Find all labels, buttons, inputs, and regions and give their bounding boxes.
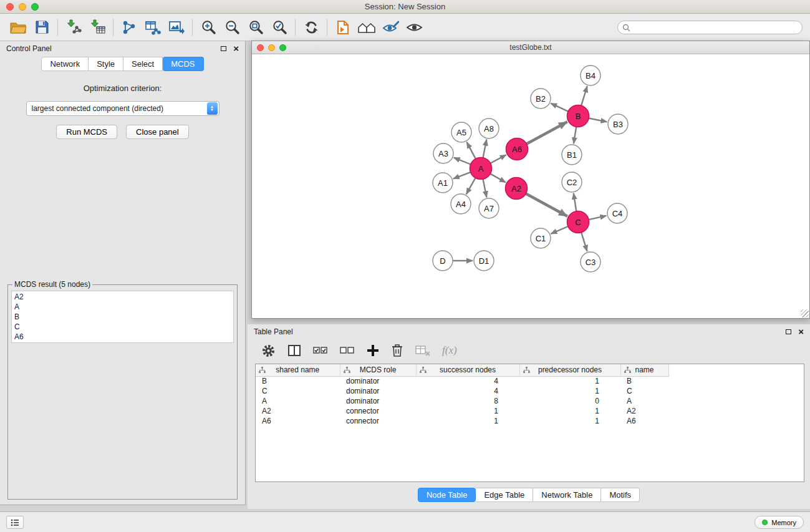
tab-select[interactable]: Select — [123, 57, 163, 71]
show-columns-button[interactable] — [287, 342, 301, 359]
table-settings-button[interactable] — [261, 342, 276, 359]
column-header-MCDS-role[interactable]: MCDS role — [340, 364, 416, 376]
export-image-button[interactable] — [165, 17, 188, 38]
graph-node-D1[interactable]: D1 — [474, 251, 494, 271]
table-cell[interactable]: 1 — [519, 416, 620, 426]
tab-network-table[interactable]: Network Table — [533, 488, 601, 502]
table-cell[interactable]: B — [620, 376, 668, 386]
graph-node-A5[interactable]: A5 — [451, 122, 471, 142]
table-cell[interactable]: 1 — [519, 386, 620, 396]
close-panel-button[interactable]: Close panel — [126, 125, 189, 139]
graph-node-B2[interactable]: B2 — [531, 89, 551, 109]
minimize-window-button[interactable] — [19, 3, 26, 11]
table-cell[interactable]: connector — [340, 406, 416, 416]
graph-edge-B-B3[interactable] — [589, 118, 607, 122]
search-input[interactable] — [617, 21, 803, 34]
close-window-button[interactable] — [6, 3, 14, 11]
graph-edge-C-C2[interactable] — [574, 193, 577, 211]
table-cell[interactable]: 4 — [416, 386, 519, 396]
float-table-panel-icon[interactable] — [786, 329, 791, 334]
graph-edge-A-A8[interactable] — [483, 140, 487, 158]
table-cell[interactable]: 1 — [519, 406, 620, 416]
graph-edge-A2-C[interactable] — [526, 193, 567, 216]
graph-edge-C-C1[interactable] — [551, 226, 568, 234]
minimize-network-window-button[interactable] — [268, 44, 275, 51]
delete-column-button[interactable] — [391, 342, 403, 359]
table-cell[interactable]: 1 — [519, 376, 620, 386]
table-cell[interactable]: 4 — [416, 376, 519, 386]
graph-edge-B-B2[interactable] — [551, 104, 568, 112]
graph-edge-A-A3[interactable] — [454, 158, 471, 165]
graph-edge-A-A4[interactable] — [466, 178, 476, 194]
network-canvas[interactable]: B4B2BB3A5A8A6B1A3AC2A1A2A4A7C4CC1C3DD1 — [252, 54, 809, 318]
graph-node-C1[interactable]: C1 — [531, 228, 551, 248]
column-header-name[interactable]: name — [620, 364, 668, 376]
tab-mcds[interactable]: MCDS — [163, 57, 203, 71]
graph-node-B1[interactable]: B1 — [562, 145, 582, 165]
graph-edge-A-A7[interactable] — [483, 179, 487, 197]
graph-node-A8[interactable]: A8 — [479, 118, 499, 138]
tab-edge-table[interactable]: Edge Table — [476, 488, 533, 502]
zoom-in-button[interactable] — [196, 17, 220, 38]
result-item[interactable]: A2 — [14, 292, 231, 302]
run-mcds-button[interactable]: Run MCDS — [56, 125, 117, 139]
graph-node-A4[interactable]: A4 — [451, 194, 471, 214]
tab-network[interactable]: Network — [41, 57, 89, 71]
table-cell[interactable]: A6 — [620, 416, 668, 426]
show-graphics-details-button[interactable] — [402, 17, 426, 38]
graph-node-A1[interactable]: A1 — [433, 173, 453, 193]
task-history-button[interactable] — [6, 516, 24, 529]
hide-graphics-details-button[interactable] — [378, 17, 402, 38]
column-header-shared-name[interactable]: shared name — [256, 364, 340, 376]
graph-node-D[interactable]: D — [433, 251, 453, 271]
new-network-from-table-button[interactable] — [141, 17, 165, 38]
mcds-result-list[interactable]: A2ABCA6 — [11, 291, 234, 343]
tab-motifs[interactable]: Motifs — [601, 488, 640, 502]
graph-edge-A-A5[interactable] — [467, 142, 476, 159]
result-item[interactable]: B — [14, 312, 231, 322]
graph-node-B4[interactable]: B4 — [581, 65, 600, 85]
float-panel-icon[interactable] — [221, 46, 226, 51]
graph-node-A[interactable]: A — [470, 158, 492, 180]
table-cell[interactable]: dominator — [340, 396, 416, 406]
close-table-panel-icon[interactable]: × — [798, 329, 804, 335]
graph-node-B3[interactable]: B3 — [608, 114, 628, 134]
graph-edge-A-A2[interactable] — [490, 174, 506, 183]
table-cell[interactable]: 8 — [416, 396, 519, 406]
select-all-button[interactable] — [313, 342, 328, 359]
close-network-window-button[interactable] — [257, 44, 264, 51]
new-column-button[interactable] — [367, 342, 379, 359]
resize-grip[interactable] — [801, 309, 809, 317]
tab-node-table[interactable]: Node Table — [418, 488, 476, 502]
table-row[interactable]: A2connector11A2 — [256, 406, 668, 416]
graph-node-A2[interactable]: A2 — [506, 178, 528, 200]
snapshot-button[interactable] — [331, 17, 355, 38]
delete-table-button[interactable] — [415, 342, 430, 359]
graph-edge-B-B1[interactable] — [574, 127, 576, 143]
deselect-all-button[interactable] — [340, 342, 355, 359]
graph-node-C[interactable]: C — [567, 211, 589, 233]
graph-edge-C-C4[interactable] — [589, 216, 606, 220]
apply-layout-button[interactable] — [299, 17, 323, 38]
open-session-button[interactable] — [6, 17, 30, 38]
zoom-selected-button[interactable] — [268, 17, 291, 38]
table-cell[interactable]: C — [256, 386, 340, 396]
function-builder-button[interactable]: f(x) — [442, 342, 457, 359]
column-header-predecessor-nodes[interactable]: predecessor nodes — [519, 364, 620, 376]
table-cell[interactable]: dominator — [340, 386, 416, 396]
table-cell[interactable]: dominator — [340, 376, 416, 386]
table-cell[interactable]: connector — [340, 416, 416, 426]
table-cell[interactable]: A — [620, 396, 668, 406]
table-row[interactable]: A6connector11A6 — [256, 416, 668, 426]
graph-node-A7[interactable]: A7 — [479, 198, 499, 218]
graph-edge-B-B4[interactable] — [581, 86, 587, 105]
zoom-network-window-button[interactable] — [279, 44, 286, 51]
result-item[interactable]: A — [14, 302, 231, 312]
table-row[interactable]: Cdominator41C — [256, 386, 668, 396]
table-cell[interactable]: 0 — [519, 396, 620, 406]
table-cell[interactable]: A2 — [620, 406, 668, 416]
table-cell[interactable]: 1 — [416, 416, 519, 426]
table-row[interactable]: Adominator80A — [256, 396, 668, 406]
graph-node-C4[interactable]: C4 — [607, 203, 627, 223]
zoom-out-button[interactable] — [220, 17, 244, 38]
